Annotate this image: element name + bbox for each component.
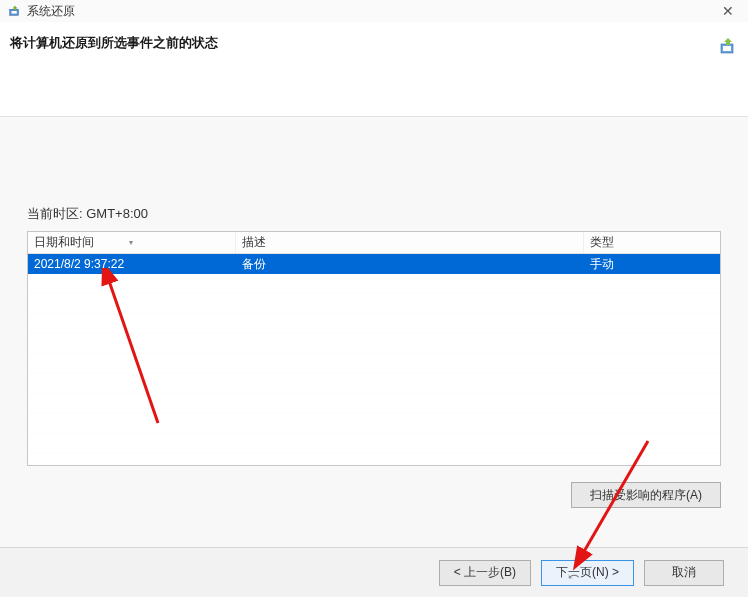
header-instruction-text: 将计算机还原到所选事件之前的状态 [10,34,218,52]
titlebar: 系统还原 ✕ [0,0,748,22]
content-area: 当前时区: GMT+8:00 日期和时间 ▾ 描述 类型 2021/8/2 9:… [0,117,748,508]
column-header-datetime-label: 日期和时间 [34,234,94,251]
column-header-description[interactable]: 描述 [236,232,584,253]
svg-rect-3 [723,46,731,51]
svg-rect-1 [12,11,17,14]
footer-bar: < 上一步(B) 下一页(N) > 取消 [0,547,748,597]
restore-points-table: 日期和时间 ▾ 描述 类型 2021/8/2 9:37:22 备份 手动 [27,231,721,466]
table-header-row: 日期和时间 ▾ 描述 类型 [28,232,720,254]
system-restore-icon [8,4,22,18]
column-header-description-label: 描述 [242,234,266,251]
cancel-button[interactable]: 取消 [644,560,724,586]
back-button[interactable]: < 上一步(B) [439,560,531,586]
cell-datetime: 2021/8/2 9:37:22 [28,257,236,271]
dialog-header: 将计算机还原到所选事件之前的状态 [0,22,748,117]
cell-type: 手动 [584,256,720,273]
column-header-type[interactable]: 类型 [584,232,720,253]
restore-header-icon [718,36,738,56]
next-button[interactable]: 下一页(N) > [541,560,634,586]
table-row[interactable]: 2021/8/2 9:37:22 备份 手动 [28,254,720,274]
column-header-datetime[interactable]: 日期和时间 ▾ [28,232,236,253]
timezone-label: 当前时区: GMT+8:00 [27,205,721,223]
table-empty-area [28,274,720,465]
scan-button-row: 扫描受影响的程序(A) [27,482,721,508]
cell-description: 备份 [236,256,584,273]
close-button[interactable]: ✕ [716,2,740,20]
column-header-type-label: 类型 [590,234,614,251]
window-title: 系统还原 [27,3,716,20]
sort-indicator-icon: ▾ [129,238,133,247]
scan-affected-programs-button[interactable]: 扫描受影响的程序(A) [571,482,721,508]
